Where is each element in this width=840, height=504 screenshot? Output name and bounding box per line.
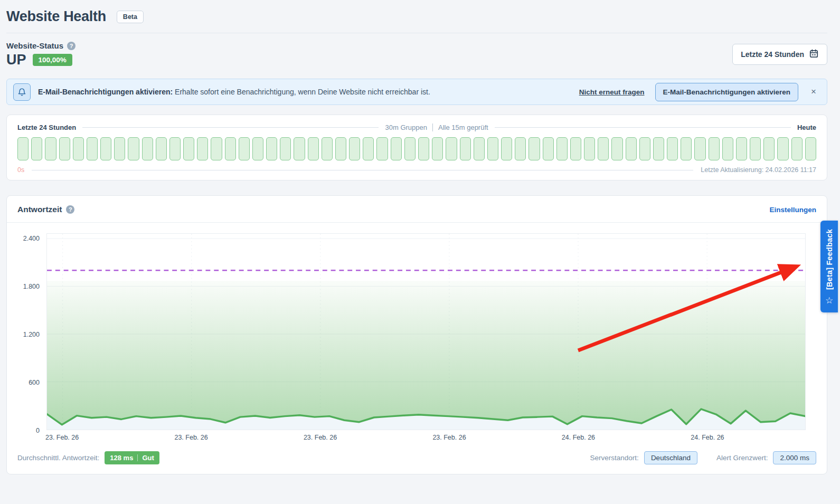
uptime-bar[interactable] xyxy=(225,137,236,160)
uptime-bar[interactable] xyxy=(114,137,125,160)
divider-line xyxy=(82,127,379,128)
uptime-bar[interactable] xyxy=(266,137,277,160)
uptime-bar[interactable] xyxy=(501,137,512,160)
x-axis-tick: 23. Feb. 26 xyxy=(45,434,79,441)
uptime-bars xyxy=(17,137,816,160)
uptime-bar[interactable] xyxy=(584,137,595,160)
uptime-bar[interactable] xyxy=(446,137,457,160)
uptime-bar[interactable] xyxy=(391,137,402,160)
uptime-bar[interactable] xyxy=(763,137,775,160)
divider-line xyxy=(32,170,693,170)
uptime-bar[interactable] xyxy=(432,137,443,160)
uptime-bar[interactable] xyxy=(543,137,554,160)
uptime-bar[interactable] xyxy=(805,137,816,160)
uptime-bar[interactable] xyxy=(404,137,416,160)
uptime-bar[interactable] xyxy=(17,137,29,160)
uptime-bar[interactable] xyxy=(474,137,485,160)
uptime-bar[interactable] xyxy=(363,137,374,160)
uptime-bar[interactable] xyxy=(211,137,222,160)
status-label: Website-Status xyxy=(6,41,63,50)
chart-x-axis: 23. Feb. 2623. Feb. 2623. Feb. 2623. Feb… xyxy=(46,430,806,444)
banner-message-text: Erhalte sofort eine Benachrichtigung, we… xyxy=(175,88,430,96)
avg-response-value: 128 ms xyxy=(110,454,133,462)
uptime-bar[interactable] xyxy=(653,137,664,160)
uptime-bar[interactable] xyxy=(736,137,747,160)
uptime-bar[interactable] xyxy=(59,137,70,160)
status-section: Website-Status ? UP 100,00% Letzte 24 St… xyxy=(6,41,827,68)
uptime-bar[interactable] xyxy=(570,137,581,160)
uptime-bar[interactable] xyxy=(667,137,678,160)
check-label: Alle 15m geprüft xyxy=(438,123,488,131)
uptime-bar[interactable] xyxy=(349,137,360,160)
group-label: 30m Gruppen xyxy=(385,123,427,131)
x-axis-tick: 23. Feb. 26 xyxy=(432,434,466,441)
email-notification-banner: E-Mail-Benachrichtigungen aktivieren: Er… xyxy=(6,79,827,105)
uptime-bar[interactable] xyxy=(183,137,194,160)
help-icon[interactable]: ? xyxy=(66,205,74,214)
uptime-bar[interactable] xyxy=(515,137,526,160)
uptime-bar[interactable] xyxy=(722,137,733,160)
uptime-bar[interactable] xyxy=(556,137,568,160)
uptime-bar[interactable] xyxy=(239,137,250,160)
uptime-bar[interactable] xyxy=(100,137,111,160)
chart-stats-row: Durchschnittl. Antwortzeit: 128 ms Gut S… xyxy=(7,444,827,465)
uptime-bar[interactable] xyxy=(460,137,471,160)
uptime-bar[interactable] xyxy=(87,137,98,160)
avg-response-rating: Gut xyxy=(142,454,154,462)
uptime-bar[interactable] xyxy=(376,137,388,160)
uptime-bar[interactable] xyxy=(73,137,84,160)
uptime-bar[interactable] xyxy=(639,137,650,160)
uptime-bar[interactable] xyxy=(169,137,181,160)
uptime-bar[interactable] xyxy=(142,137,153,160)
close-icon[interactable]: × xyxy=(809,87,818,97)
uptime-bar[interactable] xyxy=(418,137,429,160)
uptime-bar[interactable] xyxy=(709,137,720,160)
banner-message-bold: E-Mail-Benachrichtigungen aktivieren: xyxy=(38,88,173,96)
page-header: Website Health Beta xyxy=(6,8,827,25)
uptime-bar[interactable] xyxy=(777,137,788,160)
uptime-bar[interactable] xyxy=(308,137,319,160)
uptime-bar[interactable] xyxy=(322,137,333,160)
alert-threshold-value[interactable]: 2.000 ms xyxy=(773,451,816,464)
uptime-bar[interactable] xyxy=(791,137,803,160)
server-location-value[interactable]: Deutschland xyxy=(644,451,697,464)
uptime-bar[interactable] xyxy=(31,137,42,160)
uptime-bar[interactable] xyxy=(626,137,637,160)
uptime-bar[interactable] xyxy=(750,137,761,160)
uptime-bar[interactable] xyxy=(487,137,498,160)
y-axis-tick: 600 xyxy=(29,379,40,386)
uptime-bar[interactable] xyxy=(335,137,346,160)
uptime-bar[interactable] xyxy=(156,137,167,160)
uptime-bar[interactable] xyxy=(528,137,540,160)
uptime-bar[interactable] xyxy=(294,137,305,160)
star-icon: ☆ xyxy=(825,295,833,306)
help-icon[interactable]: ? xyxy=(67,42,75,50)
uptime-bar[interactable] xyxy=(128,137,139,160)
banner-message: E-Mail-Benachrichtigungen aktivieren: Er… xyxy=(38,88,572,96)
uptime-bar[interactable] xyxy=(197,137,208,160)
calendar-icon xyxy=(809,49,819,60)
status-value: UP xyxy=(6,52,26,68)
time-range-button[interactable]: Letzte 24 Stunden xyxy=(732,44,827,65)
server-location-label: Serverstandort: xyxy=(590,454,639,462)
settings-link[interactable]: Einstellungen xyxy=(769,206,816,214)
uptime-bar[interactable] xyxy=(611,137,622,160)
x-axis-tick: 23. Feb. 26 xyxy=(304,434,337,441)
uptime-bar[interactable] xyxy=(252,137,263,160)
uptime-bar[interactable] xyxy=(280,137,291,160)
x-axis-tick: 24. Feb. 26 xyxy=(691,434,724,441)
uptime-bar[interactable] xyxy=(681,137,692,160)
page: Website Health Beta Website-Status ? UP … xyxy=(0,0,840,474)
y-axis-tick: 0 xyxy=(36,427,40,434)
uptime-bar[interactable] xyxy=(598,137,609,160)
uptime-bar[interactable] xyxy=(45,137,56,160)
uptime-bar[interactable] xyxy=(694,137,705,160)
dismiss-link[interactable]: Nicht erneut fragen xyxy=(579,88,645,96)
uptime-range-label: Letzte 24 Stunden xyxy=(17,123,76,131)
activate-notifications-button[interactable]: E-Mail-Benachrichtigungen aktivieren xyxy=(655,83,799,101)
y-axis-tick: 1.800 xyxy=(23,283,40,290)
response-chart: 2.4001.8001.2006000 23. Feb. 2623. Feb. … xyxy=(46,233,806,444)
uptime-panel: Letzte 24 Stunden 30m Gruppen Alle 15m g… xyxy=(6,115,827,180)
uptime-today-label: Heute xyxy=(797,123,816,131)
beta-feedback-tab[interactable]: [Beta] Feedback ☆ xyxy=(820,221,838,312)
